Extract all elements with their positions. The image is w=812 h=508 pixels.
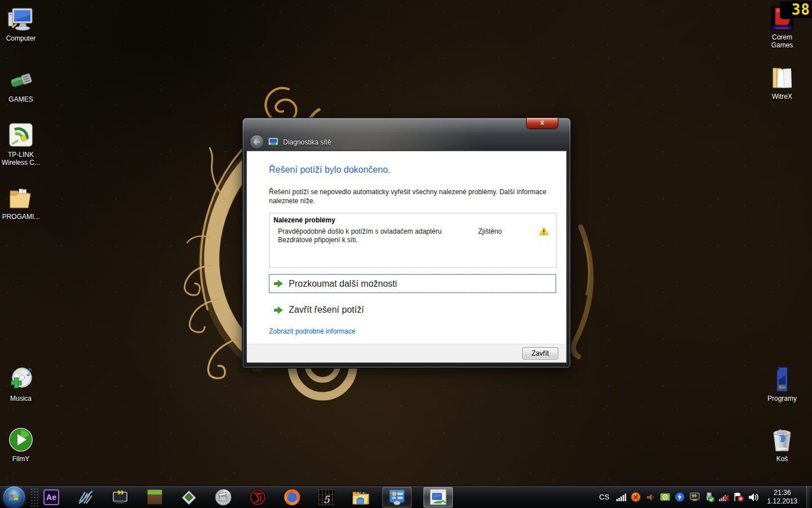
windows-logo-icon — [8, 492, 20, 503]
control-panel-icon — [388, 489, 406, 506]
taskbar-network-diagnostics-button[interactable] — [423, 487, 453, 507]
dialog-body-text: Řešení potíží se nepovedlo automaticky v… — [269, 187, 551, 205]
fraps-icon: 99 — [111, 489, 129, 506]
network-diagnostics-window: x Diagnostika sítě Řešení potíží bylo do… — [242, 118, 571, 368]
lightning-app-icon[interactable] — [675, 492, 685, 502]
dialog-content: Řešení potíží bylo dokončeno. Řešení pot… — [246, 151, 567, 363]
muted-speaker-icon[interactable] — [646, 492, 656, 502]
fraps-tray-icon[interactable]: 99 — [690, 492, 700, 502]
icon-label: Corem — [761, 33, 803, 41]
taskbar-explorer[interactable] — [351, 488, 370, 507]
network-disconnected-icon[interactable] — [719, 492, 729, 502]
start-button[interactable] — [3, 487, 25, 508]
taskbar-vegas[interactable] — [76, 488, 95, 507]
icon-label-2: Wireless C... — [0, 159, 42, 167]
recycle-bin-icon — [769, 426, 796, 453]
green-arrow-icon — [274, 306, 283, 314]
clock-date: 1.12.2013 — [767, 497, 797, 506]
desktop-icon-recycle-bin[interactable]: Koš — [761, 426, 803, 463]
taskbar-separator — [30, 488, 38, 507]
icon-label: Koš — [761, 455, 803, 463]
desktop-icon-programy[interactable]: 64MB Programy — [761, 366, 803, 402]
action-center-flag-icon[interactable] — [734, 492, 744, 502]
action-explore-options[interactable]: Prozkoumat další možnosti — [269, 274, 556, 293]
nvidia-icon[interactable] — [660, 492, 670, 502]
icon-label: FilmY — [0, 455, 42, 463]
video-converter-icon — [180, 488, 198, 506]
window-title: Diagnostika sítě — [283, 138, 331, 146]
language-indicator[interactable]: CS — [597, 493, 612, 501]
close-button[interactable]: Zavřít — [522, 347, 558, 360]
svg-text:GAMES: GAMES — [776, 27, 788, 30]
desktop-icon-witrex[interactable]: WitreX — [761, 64, 803, 100]
signal-bars-icon[interactable] — [616, 492, 626, 502]
icon-label: Computer — [0, 34, 42, 42]
folder-icon — [7, 184, 34, 211]
play-button-icon — [7, 426, 34, 453]
desktop: 38 Computer — [0, 0, 812, 508]
firefox-icon — [283, 488, 301, 506]
icon-label: GAMES — [0, 95, 42, 103]
desktop-icon-progami[interactable]: PROGAMI... — [0, 184, 42, 221]
taskbar-scorpion-game[interactable] — [248, 488, 267, 507]
icon-label: Programy — [761, 395, 803, 402]
game-5-icon: 5 — [319, 489, 334, 505]
taskbar-game-5[interactable]: 5 — [317, 488, 336, 507]
desktop-icon-computer[interactable]: Computer — [0, 6, 42, 42]
icon-label: WitreX — [761, 93, 803, 100]
taskbar-clock[interactable]: 21:36 1.12.2013 — [763, 489, 802, 506]
desktop-icon-musica[interactable]: ♪ Musica — [0, 366, 42, 402]
window-titlebar: Diagnostika sítě — [250, 135, 331, 148]
show-desktop-button[interactable] — [806, 486, 810, 508]
memory-card-icon: 64MB — [769, 366, 796, 393]
flash-drive-icon — [7, 67, 34, 94]
problem-line2: Bezdrátové připojení k síti. — [278, 236, 556, 244]
window-icon — [268, 138, 278, 146]
details-link[interactable]: Zobrazit podrobné informace — [269, 327, 355, 335]
taskbar-apps: Ae 99 — [42, 487, 453, 507]
green-arrow-icon — [274, 280, 283, 287]
taskbar: Ae 99 — [0, 485, 812, 508]
icon-label-2: Games — [761, 41, 803, 49]
back-button[interactable] — [250, 135, 263, 148]
download-manager-icon[interactable] — [631, 492, 641, 502]
problem-status: Zjištěno — [478, 227, 502, 236]
desktop-icon-filmy[interactable]: FilmY — [0, 426, 42, 463]
volume-icon[interactable] — [748, 492, 758, 502]
problems-panel: Nalezené problémy Pravděpodobně došlo k … — [269, 213, 557, 268]
icon-label: TP-LINK — [0, 151, 42, 159]
svg-text:99: 99 — [117, 490, 123, 496]
icon-label: Musica — [0, 395, 42, 402]
wifi-utility-icon — [7, 122, 34, 149]
problem-line1: Pravděpodobně došlo k potížím s ovladače… — [278, 227, 556, 236]
taskbar-fraps[interactable]: 99 — [111, 488, 130, 507]
movie-maker-icon — [214, 488, 232, 506]
taskbar-after-effects[interactable]: Ae — [42, 488, 61, 507]
warning-triangle-icon — [539, 227, 549, 238]
desktop-icon-tplink[interactable]: TP-LINK Wireless C... — [0, 122, 42, 167]
svg-text:99: 99 — [691, 493, 697, 498]
icon-label: PROGAMI... — [0, 213, 42, 221]
vegas-icon — [77, 489, 94, 506]
svg-text:♪: ♪ — [26, 366, 33, 378]
window-close-button[interactable]: x — [526, 118, 558, 129]
taskbar-minecraft[interactable] — [145, 488, 164, 507]
problem-row: Pravděpodobně došlo k potížím s ovladače… — [270, 226, 556, 244]
action-close-troubleshooter[interactable]: Zavřít řešení potíží — [269, 305, 554, 315]
taskbar-control-panel-button[interactable] — [382, 487, 412, 507]
explorer-folder-icon — [351, 489, 370, 506]
dialog-heading: Řešení potíží bylo dokončeno. — [269, 165, 554, 175]
fps-counter: 38 — [780, 1, 812, 18]
network-diagnostics-icon — [429, 489, 448, 506]
taskbar-movie-maker[interactable] — [214, 488, 233, 507]
back-arrow-icon — [253, 139, 261, 145]
clock-time: 21:36 — [767, 489, 797, 497]
music-disc-icon: ♪ — [7, 366, 34, 393]
safely-remove-usb-icon[interactable] — [704, 492, 714, 502]
problems-header: Nalezené problémy — [270, 213, 556, 226]
taskbar-video-converter[interactable] — [179, 488, 198, 507]
desktop-icon-games[interactable]: GAMES — [0, 67, 42, 103]
taskbar-firefox[interactable] — [283, 488, 302, 507]
computer-icon — [7, 6, 34, 33]
action-label: Zavřít řešení potíží — [289, 305, 364, 315]
